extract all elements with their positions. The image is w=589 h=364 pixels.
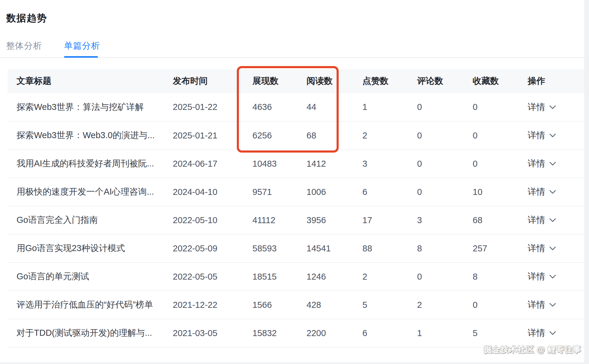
detail-button-label: 详情 — [528, 271, 545, 283]
chevron-down-icon — [549, 162, 556, 166]
detail-button-label: 详情 — [528, 214, 545, 226]
impressions-cell: 18515 — [248, 262, 302, 291]
column-header-5: 评论数 — [412, 69, 468, 93]
likes-cell: 88 — [358, 234, 412, 262]
article-title-cell: Go语言的单元测试 — [8, 262, 168, 291]
reads-cell: 1246 — [302, 262, 358, 291]
detail-button-label: 详情 — [528, 186, 545, 198]
action-cell: 详情 — [523, 262, 585, 291]
tab-overall-analysis[interactable]: 整体分析 — [6, 40, 42, 52]
table-body: 探索Web3世界：算法与挖矿详解 2025-01-22 4636 44 1 0 … — [8, 93, 585, 347]
tab-single-article-analysis[interactable]: 单篇分析 — [64, 40, 100, 52]
likes-cell: 6 — [358, 178, 412, 206]
action-cell: 详情 — [523, 93, 585, 121]
column-header-1: 发布时间 — [168, 69, 248, 93]
article-title-cell: 用极快的速度开发一个AI心理咨询... — [8, 178, 168, 206]
detail-button[interactable]: 详情 — [528, 101, 556, 113]
reads-cell: 428 — [302, 291, 358, 319]
detail-button[interactable]: 详情 — [528, 327, 556, 339]
favorites-cell: 0 — [468, 93, 523, 121]
detail-button[interactable]: 详情 — [528, 242, 556, 254]
table-row: 用Go语言实现23种设计模式 2022-05-09 58593 14541 88… — [8, 234, 585, 262]
favorites-cell: 5 — [468, 319, 523, 347]
column-header-3: 阅读数 — [302, 69, 358, 93]
favorites-cell: 0 — [468, 121, 523, 150]
column-header-0: 文章标题 — [8, 69, 168, 93]
bottom-cutoff-strip — [0, 362, 589, 364]
favorites-cell: 0 — [468, 150, 523, 178]
favorites-cell: 8 — [468, 262, 523, 291]
reads-cell: 3956 — [302, 206, 358, 234]
action-cell: 详情 — [523, 178, 585, 206]
chevron-down-icon — [549, 303, 556, 307]
action-cell: 详情 — [523, 150, 585, 178]
chevron-down-icon — [549, 246, 556, 250]
page-title: 数据趋势 — [6, 12, 47, 25]
action-cell: 详情 — [523, 121, 585, 150]
detail-button[interactable]: 详情 — [528, 186, 556, 198]
publish-date-cell: 2022-05-05 — [168, 262, 248, 291]
likes-cell: 5 — [358, 291, 412, 319]
comments-cell: 0 — [412, 93, 468, 121]
detail-button[interactable]: 详情 — [528, 158, 556, 170]
impressions-cell: 58593 — [248, 234, 302, 262]
likes-cell: 2 — [358, 262, 412, 291]
publish-date-cell: 2021-03-05 — [168, 319, 248, 347]
column-header-6: 收藏数 — [468, 69, 523, 93]
table-row: 我用AI生成的科技爱好者周刊被阮... 2024-06-17 10483 141… — [8, 150, 585, 178]
likes-cell: 3 — [358, 150, 412, 178]
chevron-down-icon — [549, 275, 556, 279]
scrollbar-track — [584, 0, 589, 364]
table-header-row: 文章标题发布时间展现数阅读数点赞数评论数收藏数操作 — [8, 69, 585, 93]
likes-cell: 2 — [358, 121, 412, 150]
chevron-down-icon — [549, 133, 556, 138]
article-title-cell: 我用AI生成的科技爱好者周刊被阮... — [8, 150, 168, 178]
reads-cell: 1006 — [302, 178, 358, 206]
favorites-cell: 68 — [468, 206, 523, 234]
chevron-down-icon — [549, 190, 556, 194]
article-title-cell: 探索Web3世界：算法与挖矿详解 — [8, 93, 168, 121]
table-header: 文章标题发布时间展现数阅读数点赞数评论数收藏数操作 — [8, 69, 585, 93]
likes-cell: 6 — [358, 319, 412, 347]
comments-cell: 2 — [412, 291, 468, 319]
column-header-7: 操作 — [523, 69, 585, 93]
action-cell: 详情 — [523, 206, 585, 234]
articles-stats-table: 文章标题发布时间展现数阅读数点赞数评论数收藏数操作 探索Web3世界：算法与挖矿… — [8, 69, 585, 347]
reads-cell: 44 — [302, 93, 358, 121]
action-cell: 详情 — [523, 319, 585, 347]
favorites-cell: 10 — [468, 178, 523, 206]
column-header-4: 点赞数 — [358, 69, 412, 93]
publish-date-cell: 2025-01-21 — [168, 121, 248, 150]
favorites-cell: 257 — [468, 234, 523, 262]
impressions-cell: 1566 — [248, 291, 302, 319]
detail-button[interactable]: 详情 — [528, 129, 556, 141]
table-row: Go语言完全入门指南 2022-05-10 41112 3956 17 3 68… — [8, 206, 585, 234]
article-title-cell: 对于TDD(测试驱动开发)的理解与... — [8, 319, 168, 347]
detail-button-label: 详情 — [528, 299, 545, 311]
reads-cell: 68 — [302, 121, 358, 150]
detail-button-label: 详情 — [528, 101, 545, 113]
comments-cell: 0 — [412, 178, 468, 206]
detail-button-label: 详情 — [528, 327, 545, 339]
detail-button-label: 详情 — [528, 158, 545, 170]
publish-date-cell: 2022-05-09 — [168, 234, 248, 262]
detail-button[interactable]: 详情 — [528, 299, 556, 311]
impressions-cell: 9571 — [248, 178, 302, 206]
table-row: 探索Web3世界：Web3.0的演进与... 2025-01-21 6256 6… — [8, 121, 585, 150]
comments-cell: 0 — [412, 150, 468, 178]
reads-cell: 2200 — [302, 319, 358, 347]
action-cell: 详情 — [523, 291, 585, 319]
table-row: 对于TDD(测试驱动开发)的理解与... 2021-03-05 15832 22… — [8, 319, 585, 347]
likes-cell: 17 — [358, 206, 412, 234]
detail-button[interactable]: 详情 — [528, 271, 556, 283]
table-row: 评选用于治疗低血压的“好代码”榜单 2021-12-22 1566 428 5 … — [8, 291, 585, 319]
reads-cell: 1412 — [302, 150, 358, 178]
impressions-cell: 10483 — [248, 150, 302, 178]
impressions-cell: 41112 — [248, 206, 302, 234]
comments-cell: 1 — [412, 319, 468, 347]
table-row: Go语言的单元测试 2022-05-05 18515 1246 2 0 8 详情 — [8, 262, 585, 291]
detail-button[interactable]: 详情 — [528, 214, 556, 226]
publish-date-cell: 2024-06-17 — [168, 150, 248, 178]
article-title-cell: 探索Web3世界：Web3.0的演进与... — [8, 121, 168, 150]
chevron-down-icon — [549, 105, 556, 109]
